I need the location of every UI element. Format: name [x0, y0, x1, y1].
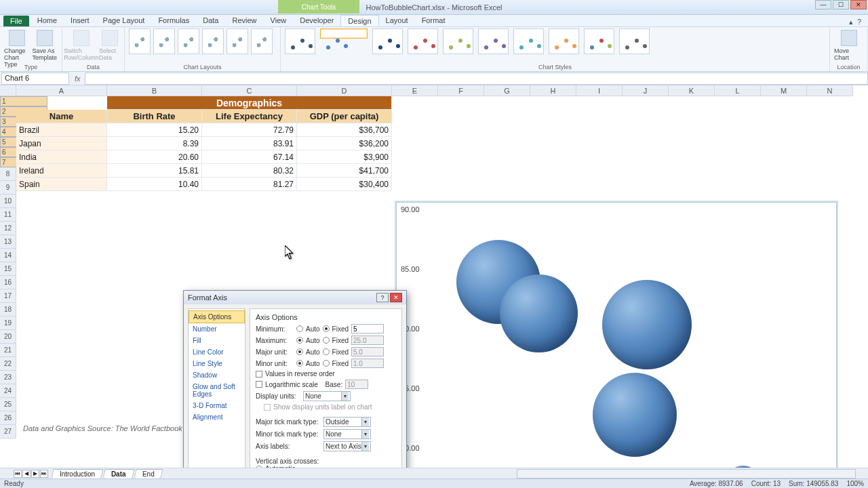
- cell-A6[interactable]: Ireland: [16, 164, 107, 178]
- cell-D4[interactable]: $36,200: [297, 137, 392, 150]
- sheet-nav-prev[interactable]: ◀: [22, 470, 31, 478]
- tab-view[interactable]: View: [264, 15, 294, 26]
- max-fixed-radio[interactable]: [323, 337, 330, 344]
- col-header-G[interactable]: G: [484, 85, 530, 96]
- chart-layout-2[interactable]: [153, 28, 175, 54]
- chart-style-3[interactable]: [372, 28, 403, 54]
- cell-D6[interactable]: $41,700: [297, 164, 392, 178]
- min-fixed-radio[interactable]: [323, 325, 330, 332]
- cell-C4[interactable]: 83.91: [202, 137, 297, 150]
- chart-style-5[interactable]: [443, 28, 473, 54]
- chart-style-4[interactable]: [408, 28, 438, 54]
- row-header-20[interactable]: 20: [0, 330, 16, 344]
- dialog-cat-shadow[interactable]: Shadow: [189, 369, 245, 381]
- dialog-cat-fill[interactable]: Fill: [189, 335, 245, 346]
- col-header-A[interactable]: A: [16, 85, 107, 96]
- display-units-select[interactable]: None▾: [303, 391, 351, 401]
- cell-A3[interactable]: Brazil: [16, 123, 107, 137]
- cell-A5[interactable]: India: [16, 150, 107, 164]
- chart-style-10[interactable]: [619, 28, 650, 54]
- row-header-27[interactable]: 27: [0, 425, 16, 439]
- row-header-19[interactable]: 19: [0, 317, 16, 330]
- dialog-cat-axis-options[interactable]: Axis Options: [189, 310, 245, 323]
- sheet-tab-introduction[interactable]: Introduction: [52, 469, 104, 479]
- col-header-N[interactable]: N: [807, 85, 853, 96]
- chart-style-1[interactable]: [285, 28, 315, 54]
- chart-style-6[interactable]: [478, 28, 509, 54]
- min-value-input[interactable]: [351, 324, 384, 333]
- minimize-button[interactable]: —: [815, 0, 831, 9]
- col-header-C[interactable]: C: [202, 85, 297, 96]
- row-header-10[interactable]: 10: [0, 195, 16, 208]
- major-tick-select[interactable]: Outside▾: [323, 417, 371, 427]
- row-header-13[interactable]: 13: [0, 235, 16, 249]
- chart-style-2[interactable]: [320, 28, 368, 39]
- dialog-cat-glow-and-soft-edges[interactable]: Glow and Soft Edges: [189, 381, 245, 400]
- cell-A7[interactable]: Spain: [16, 178, 107, 191]
- sheet-nav-first[interactable]: ⏮: [14, 470, 22, 478]
- cell-C6[interactable]: 80.32: [202, 164, 297, 178]
- cell-B2[interactable]: Birth Rate: [107, 110, 202, 123]
- major-auto-radio[interactable]: [296, 348, 303, 355]
- change-chart-type-button[interactable]: Change Chart Type: [4, 28, 30, 68]
- sheet-tab-end[interactable]: End: [134, 469, 163, 479]
- axis-labels-select[interactable]: Next to Axis▾: [323, 441, 371, 451]
- file-tab[interactable]: File: [3, 16, 29, 26]
- col-header-B[interactable]: B: [107, 85, 202, 96]
- chart-style-8[interactable]: [549, 28, 579, 54]
- cell-C7[interactable]: 81.27: [202, 178, 297, 191]
- dialog-cat-number[interactable]: Number: [189, 323, 245, 335]
- status-zoom[interactable]: 100%: [846, 480, 864, 487]
- maximize-button[interactable]: ☐: [833, 0, 849, 9]
- cell-B7[interactable]: 10.40: [107, 178, 202, 191]
- cell-D3[interactable]: $36,700: [297, 123, 392, 137]
- chart-layout-6[interactable]: [251, 28, 273, 54]
- tab-layout[interactable]: Layout: [379, 15, 415, 26]
- reverse-order-checkbox[interactable]: [256, 371, 262, 378]
- col-header-L[interactable]: L: [715, 85, 761, 96]
- minor-auto-radio[interactable]: [296, 360, 303, 367]
- col-header-D[interactable]: D: [297, 85, 392, 96]
- help-icon[interactable]: ?: [857, 18, 861, 26]
- row-header-21[interactable]: 21: [0, 344, 16, 357]
- col-header-J[interactable]: J: [623, 85, 669, 96]
- dialog-cat-line-color[interactable]: Line Color: [189, 346, 245, 358]
- fx-icon[interactable]: fx: [71, 75, 85, 83]
- embedded-chart[interactable]: 65.0070.0075.0080.0085.0090.00 5.007.009…: [396, 202, 837, 473]
- tab-design[interactable]: Design: [340, 15, 378, 26]
- row-header-1[interactable]: 1: [0, 96, 47, 106]
- sheet-nav-last[interactable]: ⏭: [40, 470, 48, 478]
- min-auto-radio[interactable]: [296, 325, 303, 332]
- col-header-K[interactable]: K: [669, 85, 715, 96]
- cell-B3[interactable]: 15.20: [107, 123, 202, 137]
- col-header-H[interactable]: H: [530, 85, 576, 96]
- row-header-14[interactable]: 14: [0, 249, 16, 262]
- horizontal-scrollbar[interactable]: [517, 469, 856, 479]
- row-header-26[interactable]: 26: [0, 411, 16, 425]
- tab-insert[interactable]: Insert: [64, 15, 96, 26]
- row-header-8[interactable]: 8: [0, 167, 16, 181]
- cell-B4[interactable]: 8.39: [107, 137, 202, 150]
- col-header-E[interactable]: E: [392, 85, 438, 96]
- row-header-15[interactable]: 15: [0, 262, 16, 276]
- chart-layout-1[interactable]: [129, 28, 151, 54]
- sheet-tab-data[interactable]: Data: [103, 469, 135, 479]
- col-header-M[interactable]: M: [761, 85, 807, 96]
- cell-D5[interactable]: $3,900: [297, 150, 392, 164]
- cell-C5[interactable]: 67.14: [202, 150, 297, 164]
- tab-page-layout[interactable]: Page Layout: [96, 15, 152, 26]
- bubble-brazil[interactable]: [593, 373, 677, 458]
- chart-style-7[interactable]: [513, 28, 544, 54]
- row-header-12[interactable]: 12: [0, 222, 16, 235]
- close-button[interactable]: ✕: [850, 0, 867, 9]
- chart-layout-5[interactable]: [226, 28, 248, 54]
- tab-formulas[interactable]: Formulas: [151, 15, 196, 26]
- dialog-help-button[interactable]: ?: [376, 293, 389, 302]
- row-header-9[interactable]: 9: [0, 181, 16, 195]
- cell-B6[interactable]: 15.81: [107, 164, 202, 178]
- row-header-23[interactable]: 23: [0, 371, 16, 384]
- tab-review[interactable]: Review: [225, 15, 263, 26]
- tab-developer[interactable]: Developer: [293, 15, 340, 26]
- dialog-close-x[interactable]: ✕: [390, 293, 402, 302]
- minimize-ribbon-icon[interactable]: ▴: [849, 18, 853, 26]
